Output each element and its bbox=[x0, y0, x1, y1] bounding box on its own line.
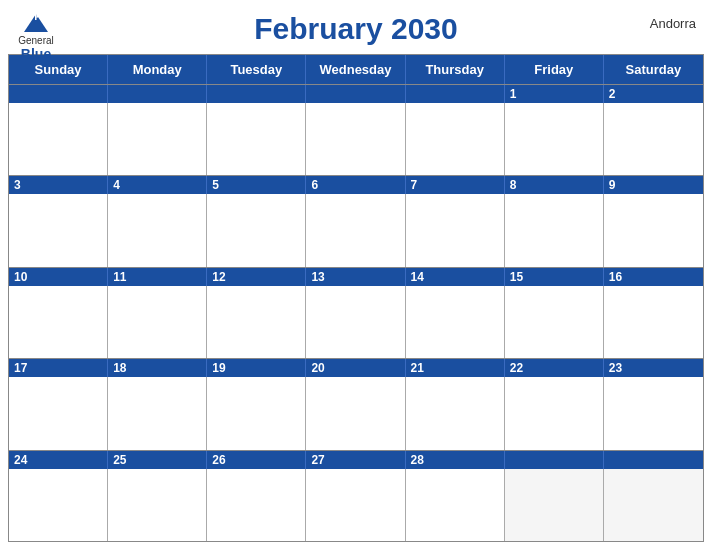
w1-thu-cell bbox=[406, 103, 505, 175]
w4-sat-num: 23 bbox=[604, 359, 703, 377]
week-1-content bbox=[9, 103, 703, 175]
logo-icon bbox=[16, 8, 56, 36]
w3-wed-cell bbox=[306, 286, 405, 358]
week-5-content bbox=[9, 469, 703, 541]
header-wednesday: Wednesday bbox=[306, 55, 405, 84]
week-2-numbers: 3 4 5 6 7 8 9 bbox=[9, 176, 703, 194]
calendar-container: General Blue February 2030 Andorra Sunda… bbox=[0, 0, 712, 550]
w5-fri-num: x bbox=[505, 451, 604, 469]
w4-thu-num: 21 bbox=[406, 359, 505, 377]
svg-rect-1 bbox=[35, 12, 37, 20]
week-5: 24 25 26 27 28 x x bbox=[9, 450, 703, 541]
country-label: Andorra bbox=[650, 16, 696, 31]
week-3-content bbox=[9, 286, 703, 358]
week-3: 10 11 12 13 14 15 16 bbox=[9, 267, 703, 358]
w2-tue-num: 5 bbox=[207, 176, 306, 194]
w5-fri-cell bbox=[505, 469, 604, 541]
w5-sun-cell bbox=[9, 469, 108, 541]
w3-sat-num: 16 bbox=[604, 268, 703, 286]
w1-mon-num: x bbox=[108, 85, 207, 103]
w5-thu-num: 28 bbox=[406, 451, 505, 469]
w5-sat-cell bbox=[604, 469, 703, 541]
w5-thu-cell bbox=[406, 469, 505, 541]
w3-fri-cell bbox=[505, 286, 604, 358]
week-2-content bbox=[9, 194, 703, 266]
w4-fri-cell bbox=[505, 377, 604, 449]
w5-mon-cell bbox=[108, 469, 207, 541]
w2-thu-cell bbox=[406, 194, 505, 266]
w2-wed-cell bbox=[306, 194, 405, 266]
w3-wed-num: 13 bbox=[306, 268, 405, 286]
w1-sun-cell bbox=[9, 103, 108, 175]
header-monday: Monday bbox=[108, 55, 207, 84]
w5-sun-num: 24 bbox=[9, 451, 108, 469]
header-friday: Friday bbox=[505, 55, 604, 84]
week-2: 3 4 5 6 7 8 9 bbox=[9, 175, 703, 266]
w4-mon-cell bbox=[108, 377, 207, 449]
week-3-numbers: 10 11 12 13 14 15 16 bbox=[9, 268, 703, 286]
w1-thu-num: x bbox=[406, 85, 505, 103]
w4-thu-cell bbox=[406, 377, 505, 449]
w2-sun-num: 3 bbox=[9, 176, 108, 194]
w5-wed-num: 27 bbox=[306, 451, 405, 469]
w1-wed-num: x bbox=[306, 85, 405, 103]
header-tuesday: Tuesday bbox=[207, 55, 306, 84]
week-1: x x x x x 1 2 bbox=[9, 84, 703, 175]
w2-mon-num: 4 bbox=[108, 176, 207, 194]
w2-tue-cell bbox=[207, 194, 306, 266]
w3-sat-cell bbox=[604, 286, 703, 358]
w5-tue-cell bbox=[207, 469, 306, 541]
week-4: 17 18 19 20 21 22 23 bbox=[9, 358, 703, 449]
w4-wed-cell bbox=[306, 377, 405, 449]
w4-sun-cell bbox=[9, 377, 108, 449]
w3-thu-cell bbox=[406, 286, 505, 358]
w1-sun-num: x bbox=[9, 85, 108, 103]
w3-fri-num: 15 bbox=[505, 268, 604, 286]
w1-fri-num: 1 bbox=[505, 85, 604, 103]
w1-wed-cell bbox=[306, 103, 405, 175]
w2-sat-cell bbox=[604, 194, 703, 266]
w1-mon-cell bbox=[108, 103, 207, 175]
w1-tue-num: x bbox=[207, 85, 306, 103]
w3-tue-num: 12 bbox=[207, 268, 306, 286]
w1-fri-cell bbox=[505, 103, 604, 175]
w3-sun-cell bbox=[9, 286, 108, 358]
week-1-numbers: x x x x x 1 2 bbox=[9, 85, 703, 103]
w2-thu-num: 7 bbox=[406, 176, 505, 194]
w1-sat-num: 2 bbox=[604, 85, 703, 103]
w2-mon-cell bbox=[108, 194, 207, 266]
week-4-content bbox=[9, 377, 703, 449]
header-saturday: Saturday bbox=[604, 55, 703, 84]
w5-wed-cell bbox=[306, 469, 405, 541]
w4-wed-num: 20 bbox=[306, 359, 405, 377]
w4-sat-cell bbox=[604, 377, 703, 449]
w3-mon-num: 11 bbox=[108, 268, 207, 286]
w4-sun-num: 17 bbox=[9, 359, 108, 377]
w2-sat-num: 9 bbox=[604, 176, 703, 194]
logo-text-general: General bbox=[18, 36, 54, 46]
calendar-table: Sunday Monday Tuesday Wednesday Thursday… bbox=[8, 54, 704, 542]
w1-tue-cell bbox=[207, 103, 306, 175]
logo-text-blue: Blue bbox=[21, 46, 51, 63]
w5-mon-num: 25 bbox=[108, 451, 207, 469]
svg-marker-2 bbox=[37, 12, 44, 18]
w2-sun-cell bbox=[9, 194, 108, 266]
w2-fri-cell bbox=[505, 194, 604, 266]
w4-fri-num: 22 bbox=[505, 359, 604, 377]
w3-sun-num: 10 bbox=[9, 268, 108, 286]
w4-tue-num: 19 bbox=[207, 359, 306, 377]
week-4-numbers: 17 18 19 20 21 22 23 bbox=[9, 359, 703, 377]
calendar-header: General Blue February 2030 Andorra bbox=[0, 0, 712, 54]
w3-mon-cell bbox=[108, 286, 207, 358]
w1-sat-cell bbox=[604, 103, 703, 175]
w4-tue-cell bbox=[207, 377, 306, 449]
week-5-numbers: 24 25 26 27 28 x x bbox=[9, 451, 703, 469]
calendar-body: x x x x x 1 2 bbox=[9, 84, 703, 541]
w5-sat-num: x bbox=[604, 451, 703, 469]
logo: General Blue bbox=[16, 8, 56, 63]
header-thursday: Thursday bbox=[406, 55, 505, 84]
day-headers-row: Sunday Monday Tuesday Wednesday Thursday… bbox=[9, 55, 703, 84]
w4-mon-num: 18 bbox=[108, 359, 207, 377]
calendar-title: February 2030 bbox=[254, 12, 457, 46]
w5-tue-num: 26 bbox=[207, 451, 306, 469]
